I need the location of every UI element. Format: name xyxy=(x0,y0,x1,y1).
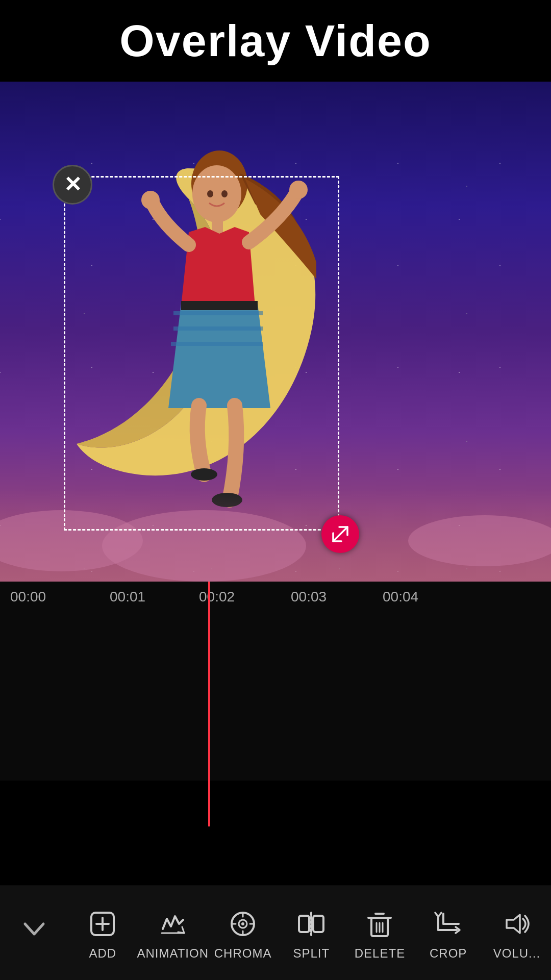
time-2: 00:02 xyxy=(199,589,235,605)
chevron-down-icon xyxy=(16,911,53,947)
svg-point-8 xyxy=(141,191,160,209)
split-icon xyxy=(293,906,330,942)
delete-label: DELETE xyxy=(355,946,405,961)
volume-button[interactable]: VOLU... xyxy=(483,906,551,961)
add-icon xyxy=(84,906,121,942)
bottom-toolbar: ADD ANIMATION CHROMA xyxy=(0,886,551,980)
svg-rect-7 xyxy=(171,342,263,346)
add-button[interactable]: ADD xyxy=(68,906,137,961)
animation-button[interactable]: ANIMATION xyxy=(137,906,209,961)
chroma-icon xyxy=(224,906,261,942)
animation-label: ANIMATION xyxy=(137,946,209,961)
app-header: Overlay Video xyxy=(0,0,551,82)
svg-rect-30 xyxy=(299,916,309,932)
page-title: Overlay Video xyxy=(119,15,431,67)
chroma-button[interactable]: CHROMA xyxy=(209,906,277,961)
crop-icon xyxy=(430,906,467,942)
cloud-2 xyxy=(102,510,306,582)
video-preview: ✕ xyxy=(0,82,551,582)
time-1: 00:01 xyxy=(110,589,145,605)
animation-icon xyxy=(155,906,191,942)
split-label: SPLIT xyxy=(293,946,330,961)
svg-point-3 xyxy=(221,190,228,197)
svg-point-1 xyxy=(192,165,241,222)
svg-rect-5 xyxy=(173,311,263,315)
girl-figure xyxy=(122,143,316,510)
svg-point-2 xyxy=(207,190,213,197)
close-icon: ✕ xyxy=(64,174,82,195)
resize-icon xyxy=(329,523,352,545)
time-markers: 00:00 00:01 00:02 00:03 00:04 xyxy=(0,582,551,612)
svg-line-13 xyxy=(333,527,347,541)
timeline: 00:00 00:01 00:02 00:03 00:04 xyxy=(0,582,551,781)
crop-button[interactable]: CROP xyxy=(414,906,483,961)
time-0: 00:00 xyxy=(10,589,46,605)
close-overlay-button[interactable]: ✕ xyxy=(53,165,92,205)
svg-point-9 xyxy=(289,181,308,199)
svg-rect-6 xyxy=(173,326,263,331)
add-label: ADD xyxy=(89,946,116,961)
svg-rect-31 xyxy=(313,916,323,932)
svg-rect-12 xyxy=(181,301,258,310)
split-button[interactable]: SPLIT xyxy=(277,906,345,961)
time-4: 00:04 xyxy=(383,589,418,605)
crop-label: CROP xyxy=(430,946,467,961)
collapse-button[interactable] xyxy=(0,911,68,956)
cloud-3 xyxy=(408,515,551,566)
svg-marker-43 xyxy=(507,915,520,933)
delete-button[interactable]: DELETE xyxy=(345,906,414,961)
chroma-label: CHROMA xyxy=(214,946,272,961)
time-3: 00:03 xyxy=(291,589,327,605)
volume-label: VOLU... xyxy=(493,946,540,961)
volume-icon xyxy=(498,906,535,942)
svg-point-25 xyxy=(241,922,244,925)
svg-point-11 xyxy=(191,468,217,481)
playhead[interactable] xyxy=(208,582,210,826)
delete-icon xyxy=(361,906,398,942)
resize-handle[interactable] xyxy=(321,515,359,553)
